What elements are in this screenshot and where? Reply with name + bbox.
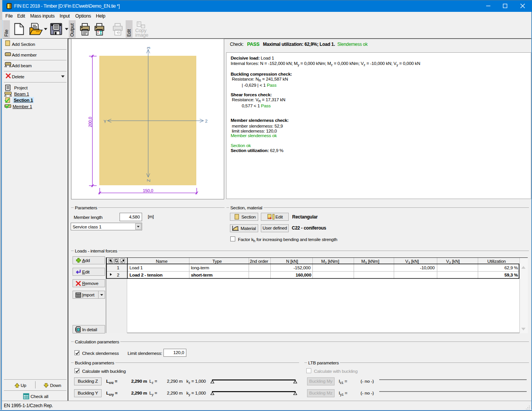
svg-text:2: 2 <box>205 119 207 123</box>
svg-text:200,0: 200,0 <box>88 117 92 127</box>
svg-text:Y: Y <box>103 119 107 124</box>
svg-text:Z: Z <box>146 179 151 182</box>
svg-text:3: 3 <box>146 47 151 49</box>
svg-text:150,0: 150,0 <box>143 188 153 193</box>
